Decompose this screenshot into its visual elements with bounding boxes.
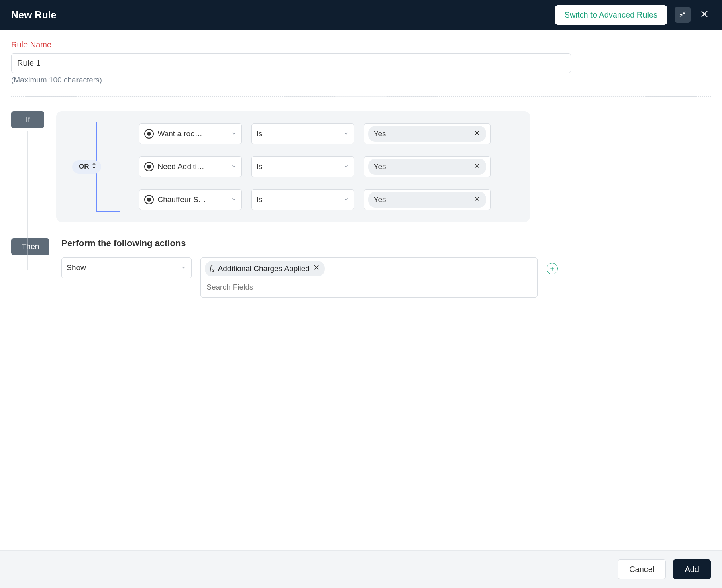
- value-chip: Yes: [368, 192, 486, 208]
- rule-name-label: Rule Name: [11, 40, 711, 49]
- close-icon: [700, 9, 709, 20]
- if-chip: If: [11, 111, 44, 128]
- radio-icon: [144, 195, 154, 204]
- condition-operator-label: Is: [257, 162, 339, 171]
- condition-operator-label: Is: [257, 195, 339, 204]
- condition-operator-label: Is: [257, 129, 339, 138]
- modal-header: New Rule Switch to Advanced Rules: [0, 0, 722, 30]
- switch-advanced-button[interactable]: Switch to Advanced Rules: [555, 5, 667, 25]
- action-fields-input[interactable]: fx Additional Charges Applied: [200, 257, 538, 298]
- selected-field-label: Additional Charges Applied: [218, 264, 310, 273]
- connector-line: [28, 131, 28, 270]
- close-button[interactable]: [698, 8, 711, 21]
- condition-value-select[interactable]: Yes: [364, 123, 491, 144]
- logic-operator-select[interactable]: OR: [72, 160, 101, 174]
- condition-value-label: Yes: [374, 129, 386, 138]
- add-action-button[interactable]: [547, 263, 558, 274]
- search-fields-input[interactable]: [205, 280, 533, 294]
- condition-row: Chauffeur S… Is Yes: [139, 189, 491, 210]
- then-heading: Perform the following actions: [61, 238, 711, 249]
- modal-body: Rule Name (Maximum 100 characters) If OR: [0, 30, 722, 550]
- rule-name-input[interactable]: [11, 53, 571, 73]
- condition-field-select[interactable]: Chauffeur S…: [139, 189, 242, 210]
- modal-title: New Rule: [11, 9, 57, 21]
- divider: [11, 96, 711, 97]
- minimize-icon: [679, 10, 686, 19]
- remove-value-button[interactable]: [473, 195, 481, 204]
- logic-operator-label: OR: [79, 163, 89, 171]
- header-actions: Switch to Advanced Rules: [555, 5, 711, 25]
- condition-field-select[interactable]: Want a roo…: [139, 123, 242, 144]
- conditions-list: Want a roo… Is Yes: [139, 123, 491, 210]
- condition-operator-select[interactable]: Is: [251, 189, 354, 210]
- condition-value-select[interactable]: Yes: [364, 189, 491, 210]
- chevron-down-icon: [231, 129, 237, 138]
- chevron-down-icon: [231, 162, 237, 171]
- radio-icon: [144, 129, 154, 139]
- radio-icon: [144, 162, 154, 172]
- condition-row: Want a roo… Is Yes: [139, 123, 491, 144]
- condition-field-select[interactable]: Need Additi…: [139, 156, 242, 177]
- condition-operator-select[interactable]: Is: [251, 123, 354, 144]
- formula-icon: fx: [210, 263, 214, 274]
- chevron-down-icon: [231, 195, 237, 204]
- modal-footer: Cancel Add: [0, 550, 722, 588]
- logic-column: OR: [72, 123, 101, 210]
- chevron-down-icon: [343, 129, 349, 138]
- action-type-label: Show: [67, 263, 177, 272]
- condition-field-label: Want a roo…: [158, 129, 227, 138]
- plus-icon: [549, 266, 555, 272]
- condition-field-label: Need Additi…: [158, 162, 227, 171]
- sort-icon: [92, 163, 96, 171]
- then-chip: Then: [11, 238, 49, 255]
- condition-operator-select[interactable]: Is: [251, 156, 354, 177]
- condition-value-select[interactable]: Yes: [364, 156, 491, 177]
- rule-name-hint: (Maximum 100 characters): [11, 76, 711, 84]
- chevron-down-icon: [343, 162, 349, 171]
- cancel-button[interactable]: Cancel: [618, 559, 666, 579]
- conditions-block: OR Want a roo…: [56, 111, 530, 222]
- chevron-down-icon: [343, 195, 349, 204]
- minimize-button[interactable]: [675, 7, 691, 23]
- if-section: If OR: [11, 111, 711, 222]
- action-type-select[interactable]: Show: [61, 257, 192, 278]
- chevron-down-icon: [181, 263, 186, 272]
- remove-value-button[interactable]: [473, 162, 481, 172]
- condition-field-label: Chauffeur S…: [158, 195, 227, 204]
- condition-value-label: Yes: [374, 195, 386, 204]
- then-section: Then Perform the following actions Show …: [11, 238, 711, 298]
- remove-field-button[interactable]: [313, 264, 320, 273]
- value-chip: Yes: [368, 126, 486, 142]
- condition-value-label: Yes: [374, 162, 386, 171]
- add-button[interactable]: Add: [673, 559, 711, 579]
- condition-row: Need Additi… Is Yes: [139, 156, 491, 177]
- remove-value-button[interactable]: [473, 129, 481, 139]
- selected-field-chip: fx Additional Charges Applied: [205, 261, 324, 276]
- value-chip: Yes: [368, 159, 486, 175]
